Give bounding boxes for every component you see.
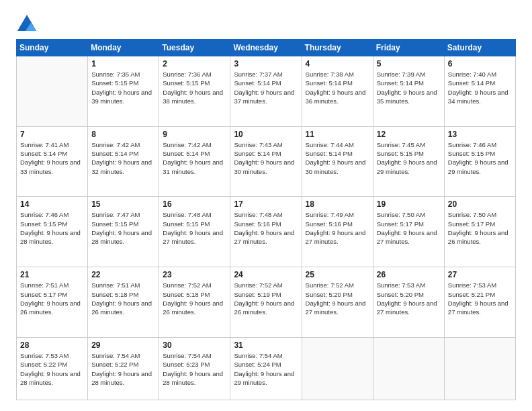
day-number: 19	[377, 199, 441, 209]
day-info: Sunrise: 7:54 AMSunset: 5:24 PMDaylight:…	[234, 351, 298, 387]
day-info: Sunrise: 7:42 AMSunset: 5:14 PMDaylight:…	[91, 140, 155, 176]
day-info: Sunrise: 7:52 AMSunset: 5:20 PMDaylight:…	[306, 281, 369, 316]
calendar-cell: 28Sunrise: 7:53 AMSunset: 5:22 PMDayligh…	[17, 337, 88, 400]
day-info: Sunrise: 7:54 AMSunset: 5:22 PMDaylight:…	[91, 351, 155, 387]
day-info: Sunrise: 7:42 AMSunset: 5:14 PMDaylight:…	[163, 140, 226, 176]
day-info: Sunrise: 7:46 AMSunset: 5:15 PMDaylight:…	[20, 210, 84, 246]
calendar-cell: 3Sunrise: 7:37 AMSunset: 5:14 PMDaylight…	[230, 56, 302, 127]
day-header-sunday: Sunday	[17, 40, 88, 56]
calendar-cell	[373, 337, 444, 400]
calendar-cell: 25Sunrise: 7:52 AMSunset: 5:20 PMDayligh…	[302, 267, 373, 338]
calendar-cell: 10Sunrise: 7:43 AMSunset: 5:14 PMDayligh…	[230, 126, 302, 197]
day-info: Sunrise: 7:47 AMSunset: 5:15 PMDaylight:…	[91, 210, 155, 246]
calendar-cell: 29Sunrise: 7:54 AMSunset: 5:22 PMDayligh…	[88, 337, 159, 400]
calendar-week-5: 28Sunrise: 7:53 AMSunset: 5:22 PMDayligh…	[17, 337, 516, 400]
day-number: 16	[163, 199, 226, 209]
day-number: 25	[306, 270, 369, 279]
day-number: 6	[448, 59, 512, 68]
calendar-week-3: 14Sunrise: 7:46 AMSunset: 5:15 PMDayligh…	[17, 197, 516, 267]
calendar-cell: 16Sunrise: 7:48 AMSunset: 5:15 PMDayligh…	[159, 197, 230, 267]
day-info: Sunrise: 7:50 AMSunset: 5:17 PMDaylight:…	[377, 210, 441, 246]
day-number: 13	[448, 130, 512, 139]
logo	[16, 13, 40, 32]
day-number: 28	[20, 340, 84, 350]
calendar-cell: 22Sunrise: 7:51 AMSunset: 5:18 PMDayligh…	[88, 267, 159, 338]
day-info: Sunrise: 7:51 AMSunset: 5:18 PMDaylight:…	[91, 281, 155, 316]
day-number: 3	[234, 59, 298, 68]
day-number: 14	[20, 199, 84, 209]
calendar-cell: 23Sunrise: 7:52 AMSunset: 5:18 PMDayligh…	[159, 267, 230, 338]
day-number: 27	[448, 270, 512, 279]
day-number: 17	[234, 199, 298, 209]
day-header-monday: Monday	[88, 40, 159, 56]
day-info: Sunrise: 7:45 AMSunset: 5:15 PMDaylight:…	[377, 140, 441, 176]
calendar-cell: 4Sunrise: 7:38 AMSunset: 5:14 PMDaylight…	[302, 56, 373, 127]
day-number: 10	[234, 130, 298, 139]
day-info: Sunrise: 7:53 AMSunset: 5:20 PMDaylight:…	[377, 281, 441, 316]
calendar-cell: 24Sunrise: 7:52 AMSunset: 5:19 PMDayligh…	[230, 267, 302, 338]
calendar-cell: 5Sunrise: 7:39 AMSunset: 5:14 PMDaylight…	[373, 56, 444, 127]
calendar-cell	[17, 56, 88, 127]
calendar-cell: 19Sunrise: 7:50 AMSunset: 5:17 PMDayligh…	[373, 197, 444, 267]
day-header-tuesday: Tuesday	[159, 40, 230, 56]
calendar-week-1: 1Sunrise: 7:35 AMSunset: 5:15 PMDaylight…	[17, 56, 516, 127]
day-info: Sunrise: 7:53 AMSunset: 5:22 PMDaylight:…	[20, 351, 84, 387]
calendar-cell: 30Sunrise: 7:54 AMSunset: 5:23 PMDayligh…	[159, 337, 230, 400]
day-number: 31	[234, 340, 298, 350]
day-number: 15	[91, 199, 155, 209]
day-header-wednesday: Wednesday	[230, 40, 302, 56]
day-info: Sunrise: 7:39 AMSunset: 5:14 PMDaylight:…	[377, 70, 441, 105]
day-info: Sunrise: 7:35 AMSunset: 5:15 PMDaylight:…	[91, 70, 155, 105]
day-info: Sunrise: 7:36 AMSunset: 5:15 PMDaylight:…	[163, 70, 226, 105]
calendar-cell	[444, 337, 515, 400]
calendar-cell: 27Sunrise: 7:53 AMSunset: 5:21 PMDayligh…	[444, 267, 515, 338]
header	[16, 13, 516, 32]
calendar-cell: 9Sunrise: 7:42 AMSunset: 5:14 PMDaylight…	[159, 126, 230, 197]
day-info: Sunrise: 7:52 AMSunset: 5:19 PMDaylight:…	[234, 281, 298, 316]
calendar-cell: 17Sunrise: 7:48 AMSunset: 5:16 PMDayligh…	[230, 197, 302, 267]
calendar-table: SundayMondayTuesdayWednesdayThursdayFrid…	[16, 39, 516, 400]
day-header-thursday: Thursday	[302, 40, 373, 56]
page: SundayMondayTuesdayWednesdayThursdayFrid…	[0, 0, 532, 411]
calendar-cell: 12Sunrise: 7:45 AMSunset: 5:15 PMDayligh…	[373, 126, 444, 197]
day-info: Sunrise: 7:50 AMSunset: 5:17 PMDaylight:…	[448, 210, 512, 246]
day-number: 7	[20, 130, 84, 139]
day-number: 9	[163, 130, 226, 139]
day-info: Sunrise: 7:37 AMSunset: 5:14 PMDaylight:…	[234, 70, 298, 105]
day-number: 23	[163, 270, 226, 279]
calendar-cell: 13Sunrise: 7:46 AMSunset: 5:15 PMDayligh…	[444, 126, 515, 197]
day-info: Sunrise: 7:43 AMSunset: 5:14 PMDaylight:…	[234, 140, 298, 176]
calendar-cell	[302, 337, 373, 400]
day-info: Sunrise: 7:48 AMSunset: 5:16 PMDaylight:…	[234, 210, 298, 246]
calendar-cell: 8Sunrise: 7:42 AMSunset: 5:14 PMDaylight…	[88, 126, 159, 197]
logo-icon	[16, 13, 38, 32]
day-info: Sunrise: 7:51 AMSunset: 5:17 PMDaylight:…	[20, 281, 84, 316]
calendar-cell: 20Sunrise: 7:50 AMSunset: 5:17 PMDayligh…	[444, 197, 515, 267]
day-number: 29	[91, 340, 155, 350]
calendar-cell: 1Sunrise: 7:35 AMSunset: 5:15 PMDaylight…	[88, 56, 159, 127]
calendar-cell: 7Sunrise: 7:41 AMSunset: 5:14 PMDaylight…	[17, 126, 88, 197]
calendar-cell: 14Sunrise: 7:46 AMSunset: 5:15 PMDayligh…	[17, 197, 88, 267]
calendar-cell: 26Sunrise: 7:53 AMSunset: 5:20 PMDayligh…	[373, 267, 444, 338]
day-number: 11	[306, 130, 369, 139]
day-number: 12	[377, 130, 441, 139]
day-number: 24	[234, 270, 298, 279]
day-number: 21	[20, 270, 84, 279]
calendar-week-4: 21Sunrise: 7:51 AMSunset: 5:17 PMDayligh…	[17, 267, 516, 338]
calendar-week-2: 7Sunrise: 7:41 AMSunset: 5:14 PMDaylight…	[17, 126, 516, 197]
day-number: 8	[91, 130, 155, 139]
calendar-cell: 11Sunrise: 7:44 AMSunset: 5:14 PMDayligh…	[302, 126, 373, 197]
calendar-header-row: SundayMondayTuesdayWednesdayThursdayFrid…	[17, 40, 516, 56]
calendar-cell: 6Sunrise: 7:40 AMSunset: 5:14 PMDaylight…	[444, 56, 515, 127]
day-header-saturday: Saturday	[444, 40, 515, 56]
calendar-cell: 31Sunrise: 7:54 AMSunset: 5:24 PMDayligh…	[230, 337, 302, 400]
day-number: 5	[377, 59, 441, 68]
day-info: Sunrise: 7:38 AMSunset: 5:14 PMDaylight:…	[306, 70, 369, 105]
day-number: 26	[377, 270, 441, 279]
day-number: 4	[306, 59, 369, 68]
day-info: Sunrise: 7:40 AMSunset: 5:14 PMDaylight:…	[448, 70, 512, 105]
calendar-cell: 21Sunrise: 7:51 AMSunset: 5:17 PMDayligh…	[17, 267, 88, 338]
day-number: 20	[448, 199, 512, 209]
day-info: Sunrise: 7:46 AMSunset: 5:15 PMDaylight:…	[448, 140, 512, 176]
day-info: Sunrise: 7:53 AMSunset: 5:21 PMDaylight:…	[448, 281, 512, 316]
